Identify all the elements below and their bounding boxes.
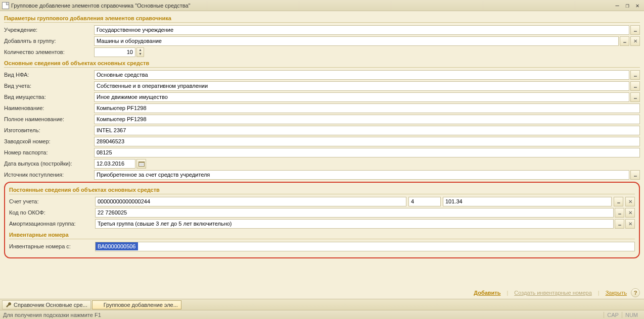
- num-indicator: NUM: [622, 312, 641, 318]
- institution-select-button[interactable]: ...: [630, 25, 640, 35]
- taskbar-group-add-button[interactable]: Групповое добавление эле...: [92, 300, 181, 309]
- divider: |: [507, 290, 509, 296]
- amort-group-select-button[interactable]: ...: [615, 219, 624, 229]
- highlighted-permanent-section: Постоянные сведения об объектах основных…: [4, 182, 640, 258]
- count-input[interactable]: [94, 47, 135, 57]
- statusbar-hint: Для получения подсказки нажмите F1: [3, 312, 101, 318]
- factory-number-input[interactable]: [94, 137, 640, 146]
- group-clear-button[interactable]: ✕: [630, 36, 640, 46]
- action-bar: Добавить | Создать инвентарные номера | …: [0, 287, 644, 299]
- label-add-to-group: Добавлять в группу:: [4, 38, 94, 44]
- name-input[interactable]: [94, 103, 640, 113]
- inv-from-input[interactable]: ВА0000000506: [95, 242, 635, 251]
- window-title: Групповое добавление элементов справочни…: [11, 3, 613, 9]
- close-window-button[interactable]: ✕: [633, 2, 642, 10]
- section-params: Параметры группового добавления элементо…: [4, 13, 640, 23]
- accounting-type-input[interactable]: [94, 81, 629, 91]
- label-accounting-type: Вид учета:: [4, 83, 94, 89]
- manufacturer-input[interactable]: [94, 126, 640, 135]
- calendar-icon: [139, 161, 145, 167]
- add-to-group-input[interactable]: [94, 36, 619, 46]
- passport-number-input[interactable]: [94, 148, 640, 157]
- taskbar: Справочник Основные сре... Групповое доб…: [0, 299, 644, 310]
- account-select-button[interactable]: ...: [614, 197, 623, 206]
- svg-rect-1: [139, 162, 144, 163]
- titlebar: Групповое добавление элементов справочни…: [0, 0, 644, 11]
- wrench-icon: [6, 302, 12, 308]
- okof-clear-button[interactable]: ✕: [625, 208, 635, 218]
- create-inv-button[interactable]: Создать инвентарные номера: [514, 290, 591, 296]
- label-passport-number: Номер паспорта:: [4, 149, 94, 155]
- property-type-select-button[interactable]: ...: [630, 92, 640, 102]
- label-source: Источник поступления:: [4, 172, 94, 178]
- label-okof: Код по ОКОФ:: [9, 209, 95, 216]
- account-code-input[interactable]: [443, 197, 612, 206]
- institution-input[interactable]: [94, 25, 629, 35]
- taskbar-group-add-label: Групповое добавление эле...: [104, 302, 178, 308]
- label-factory-number: Заводской номер:: [4, 138, 94, 144]
- minimize-button[interactable]: —: [613, 2, 622, 10]
- statusbar: Для получения подсказки нажмите F1 CAP N…: [0, 310, 644, 319]
- label-nfa-type: Вид НФА:: [4, 72, 94, 78]
- document-icon: [96, 302, 102, 308]
- label-release-date: Дата выпуска (постройки):: [4, 161, 94, 167]
- label-full-name: Полное наименование:: [4, 116, 94, 122]
- label-manufacturer: Изготовитель:: [4, 127, 94, 133]
- help-button[interactable]: ?: [631, 288, 640, 297]
- divider: |: [598, 290, 600, 296]
- nfa-type-input[interactable]: [94, 70, 629, 80]
- inv-from-selection: ВА0000000506: [96, 242, 138, 250]
- group-select-button[interactable]: ...: [620, 36, 629, 46]
- document-icon: [2, 2, 9, 9]
- content-area: Параметры группового добавления элементо…: [0, 11, 644, 299]
- source-input[interactable]: [94, 170, 629, 180]
- restore-button[interactable]: ❐: [623, 2, 632, 10]
- okof-input[interactable]: [95, 208, 614, 218]
- accounting-type-select-button[interactable]: ...: [630, 81, 640, 91]
- cap-indicator: CAP: [604, 312, 622, 318]
- full-name-input[interactable]: [94, 115, 640, 124]
- taskbar-ref-label: Справочник Основные сре...: [14, 302, 87, 308]
- nfa-type-select-button[interactable]: ...: [630, 70, 640, 80]
- section-inventory: Инвентарные номера: [9, 230, 635, 239]
- release-date-input[interactable]: [94, 159, 135, 169]
- account-sub-input[interactable]: [408, 197, 441, 206]
- label-amort-group: Амортизационная группа:: [9, 221, 95, 227]
- count-spinner[interactable]: ▲▼: [136, 47, 144, 57]
- property-type-input[interactable]: [94, 92, 629, 102]
- okof-select-button[interactable]: ...: [615, 208, 624, 218]
- source-select-button[interactable]: ...: [630, 170, 640, 180]
- section-permanent: Постоянные сведения об объектах основных…: [9, 185, 635, 194]
- calendar-button[interactable]: [136, 159, 146, 169]
- section-basic: Основные сведения об объектах основных с…: [4, 58, 640, 68]
- label-institution: Учреждение:: [4, 27, 94, 33]
- label-account: Счет учета:: [9, 198, 95, 204]
- label-inv-from: Инвентарные номера с:: [9, 243, 95, 249]
- label-count: Количество элементов:: [4, 49, 94, 55]
- taskbar-ref-button[interactable]: Справочник Основные сре...: [2, 300, 91, 309]
- amort-group-clear-button[interactable]: ✕: [625, 219, 635, 229]
- account-clear-button[interactable]: ✕: [625, 197, 635, 206]
- label-name: Наименование:: [4, 105, 94, 111]
- account-main-input[interactable]: [95, 197, 406, 206]
- label-property-type: Вид имущества:: [4, 94, 94, 100]
- add-button[interactable]: Добавить: [474, 290, 500, 296]
- close-button[interactable]: Закрыть: [606, 290, 627, 296]
- window-controls: — ❐ ✕: [613, 2, 642, 10]
- amort-group-input[interactable]: [95, 219, 614, 229]
